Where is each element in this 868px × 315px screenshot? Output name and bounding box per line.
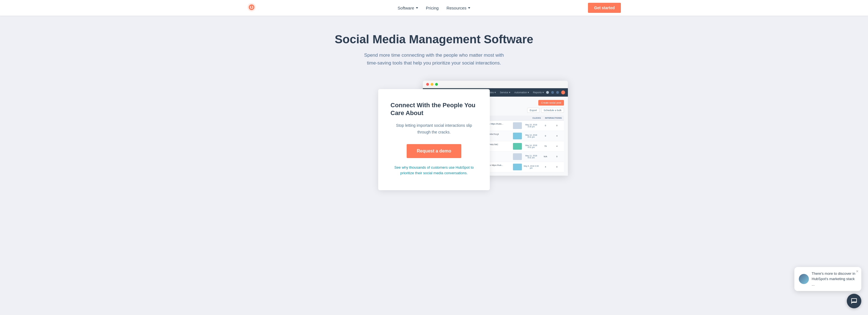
request-demo-button[interactable]: Request a demo <box>407 144 461 158</box>
row-image <box>513 164 522 170</box>
app-nav-service[interactable]: Service ▾ <box>498 90 512 95</box>
app-nav-reports[interactable]: Reports ▾ <box>531 90 546 95</box>
mockup-area: Connect With the People You Care About S… <box>309 81 559 190</box>
browser-maximize-dot <box>435 83 438 86</box>
nav-links: Software Pricing Resources <box>398 6 470 10</box>
hero-subtitle: Spend more time connecting with the peop… <box>362 51 506 66</box>
create-social-post-button[interactable]: Create social post <box>538 100 564 106</box>
chat-avatar <box>799 274 809 284</box>
nav-cta-area: Get started <box>588 3 621 13</box>
browser-bar <box>423 81 568 88</box>
svg-point-1 <box>251 6 252 8</box>
row-date: May 11, 2018 9:31 am <box>524 155 539 159</box>
navbar: Software Pricing Resources Get started <box>0 0 868 16</box>
chat-icon <box>851 298 858 305</box>
col-header-interactions: INTERACTIONS <box>545 117 562 119</box>
row-interactions: 4 <box>552 135 562 137</box>
nav-resources[interactable]: Resources <box>446 6 470 10</box>
cta-card: Connect With the People You Care About S… <box>378 89 490 190</box>
hero-section: Social Media Management Software Spend m… <box>0 16 868 190</box>
export-button[interactable]: Export <box>527 108 539 113</box>
col-header-clicks: CLICKS <box>528 117 545 119</box>
row-image <box>513 153 522 160</box>
app-search-icon[interactable] <box>546 91 549 94</box>
row-date: May 14, 2018 8:31 pm <box>524 134 539 138</box>
row-date: May 15, 2018 3:30 pm <box>524 124 539 127</box>
chat-bubble-text: There's more to discover in HubSpot's ma… <box>812 271 857 287</box>
card-title: Connect With the People You Care About <box>391 102 477 117</box>
row-image <box>513 133 522 139</box>
chat-close-button[interactable]: × <box>856 269 859 274</box>
hubspot-logo[interactable] <box>247 3 256 13</box>
row-clicks: N/A <box>540 155 550 158</box>
row-image <box>513 143 522 150</box>
nav-pricing[interactable]: Pricing <box>426 6 439 10</box>
get-started-button[interactable]: Get started <box>588 3 621 13</box>
chat-open-button[interactable] <box>847 294 861 308</box>
row-date: May 14, 2018 4:51 pm <box>524 144 539 148</box>
filter-actions: Export Schedule a bulk <box>527 108 564 113</box>
chat-widget: × There's more to discover in HubSpot's … <box>794 267 861 309</box>
row-interactions: 0 <box>552 155 562 158</box>
row-clicks: 4 <box>540 166 550 168</box>
resources-chevron-icon <box>468 7 470 9</box>
row-clicks: 0 <box>540 124 550 127</box>
app-nav-automation[interactable]: Automation ▾ <box>513 90 531 95</box>
nav-software[interactable]: Software <box>398 6 418 10</box>
app-avatar[interactable] <box>561 90 565 94</box>
browser-close-dot <box>426 83 429 86</box>
hero-title: Social Media Management Software <box>6 32 862 46</box>
app-notification-icon[interactable] <box>556 91 559 94</box>
row-date: May 9, 2018 3:30 pm <box>524 165 539 169</box>
chat-bubble: × There's more to discover in HubSpot's … <box>794 267 861 291</box>
row-interactions: 0 <box>552 124 562 127</box>
row-interactions: 4 <box>552 145 562 147</box>
row-image <box>513 122 522 129</box>
card-link[interactable]: See why thousands of customers use HubSp… <box>391 165 477 176</box>
schedule-bulk-button[interactable]: Schedule a bulk <box>541 108 564 113</box>
row-clicks: 0 <box>540 135 550 137</box>
app-settings-icon[interactable] <box>551 91 554 94</box>
row-clicks: 79 <box>540 145 550 147</box>
app-nav-icons <box>546 90 565 94</box>
card-text: Stop letting important social interactio… <box>391 122 477 136</box>
row-interactions: 0 <box>552 166 562 168</box>
browser-minimize-dot <box>431 83 433 86</box>
software-chevron-icon <box>416 7 418 9</box>
